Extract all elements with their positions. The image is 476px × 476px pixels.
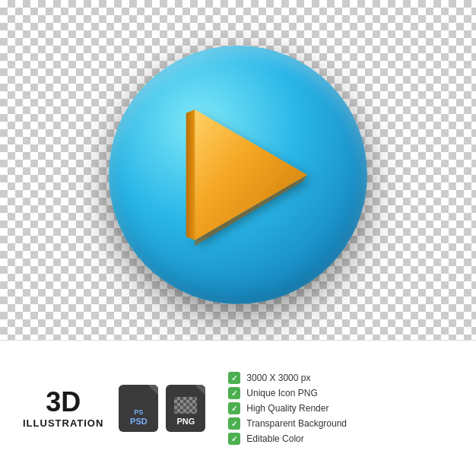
feature-text-unique: Unique Icon PNG — [246, 388, 317, 398]
play-triangle-svg — [170, 95, 322, 255]
check-icon-resolution — [228, 372, 240, 384]
file-icons-group: PS PSD PNG — [119, 385, 205, 432]
feature-hq: High Quality Render — [228, 402, 347, 414]
png-icon-main: PNG — [176, 417, 195, 426]
ps-file-icon: PS PSD — [119, 385, 158, 432]
check-icon-editable — [228, 433, 240, 445]
feature-editable: Editable Color — [228, 433, 347, 445]
feature-transparent: Transparent Background — [228, 417, 347, 430]
ps-icon-label: PS — [134, 409, 143, 417]
label-3d-block: 3D ILLUSTRATION — [23, 389, 103, 429]
check-icon-hq — [228, 402, 240, 414]
svg-marker-0 — [195, 109, 307, 240]
check-icon-unique — [228, 387, 240, 399]
check-icon-transparent — [228, 417, 240, 430]
feature-text-editable: Editable Color — [246, 433, 303, 444]
label-illustration-text: ILLUSTRATION — [23, 417, 103, 429]
features-list: 3000 X 3000 px Unique Icon PNG High Qual… — [228, 372, 347, 445]
main-container: 3D ILLUSTRATION PS PSD PNG 3000 X 3000 p… — [0, 0, 476, 476]
feature-text-transparent: Transparent Background — [246, 418, 347, 429]
feature-resolution: 3000 X 3000 px — [228, 372, 347, 384]
icon-area — [94, 23, 382, 327]
png-file-icon: PNG — [166, 385, 205, 432]
feature-unique: Unique Icon PNG — [228, 387, 347, 399]
checker-mini — [174, 397, 197, 414]
play-circle — [109, 46, 367, 304]
label-3d-text: 3D — [46, 389, 81, 416]
feature-text-resolution: 3000 X 3000 px — [246, 373, 310, 383]
svg-marker-1 — [186, 109, 195, 240]
ps-icon-main: PSD — [130, 417, 148, 426]
feature-text-hq: High Quality Render — [246, 403, 328, 414]
info-section: 3D ILLUSTRATION PS PSD PNG 3000 X 3000 p… — [0, 341, 476, 476]
